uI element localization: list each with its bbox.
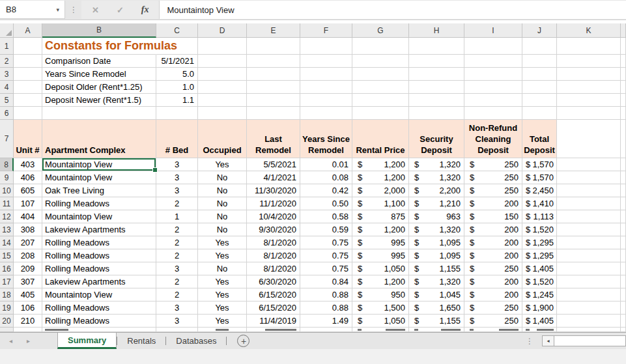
cell-C19[interactable]: 3 (156, 301, 198, 315)
cell-A15[interactable]: 208 (14, 249, 42, 262)
table-header-G7[interactable]: Rental Price (352, 120, 409, 158)
cell-B17[interactable]: Lakeview Apartments (42, 275, 156, 288)
column-header-G[interactable]: G (352, 23, 409, 38)
cell-A16[interactable]: 209 (14, 262, 42, 275)
cell-D16[interactable]: No (198, 262, 247, 275)
cell-H10[interactable]: $2,200 (409, 184, 464, 197)
cell-A19[interactable]: 106 (14, 301, 42, 315)
constant-label-B3[interactable]: Years Since Remodel (42, 68, 156, 81)
cell-J16[interactable]: $1,405 (522, 262, 557, 275)
cell-B16[interactable]: Rolling Meadows (42, 262, 156, 275)
cell[interactable] (621, 328, 626, 332)
insert-function-icon[interactable]: fx (141, 5, 149, 15)
select-all-button[interactable] (0, 23, 14, 38)
cell[interactable] (557, 197, 621, 210)
cell-C20[interactable]: 3 (156, 315, 198, 328)
row-header-14[interactable]: 14 (0, 236, 14, 249)
cell-E21[interactable] (247, 328, 300, 332)
cell-H18[interactable]: $1,045 (409, 288, 464, 301)
cell-I19[interactable]: $250 (464, 301, 522, 315)
table-header-E7[interactable]: Last Remodel (247, 120, 300, 158)
cell[interactable] (464, 38, 522, 55)
cell[interactable] (621, 94, 626, 107)
cell[interactable] (300, 55, 352, 68)
cell[interactable] (352, 55, 409, 68)
cell-H20[interactable]: $1,155 (409, 315, 464, 328)
cell-F16[interactable]: 0.75 (300, 262, 352, 275)
row-header-9[interactable]: 9 (0, 171, 14, 184)
cell-D20[interactable]: Yes (198, 315, 247, 328)
cell-I15[interactable]: $200 (464, 249, 522, 262)
row-header-10[interactable]: 10 (0, 184, 14, 197)
cell-J12[interactable]: $1,113 (522, 210, 557, 223)
cell[interactable] (409, 107, 464, 120)
cell-C21[interactable] (156, 328, 198, 332)
cell-D14[interactable]: Yes (198, 236, 247, 249)
cell-G17[interactable]: $1,200 (352, 275, 409, 288)
cell-E10[interactable]: 11/30/2020 (247, 184, 300, 197)
column-header-E[interactable]: E (247, 23, 300, 38)
cell-G18[interactable]: $950 (352, 288, 409, 301)
cell[interactable] (300, 81, 352, 94)
row-header-17[interactable]: 17 (0, 275, 14, 288)
cell[interactable] (621, 184, 626, 197)
cell-D12[interactable]: No (198, 210, 247, 223)
cell-B14[interactable]: Rolling Meadows (42, 236, 156, 249)
cell[interactable] (522, 81, 557, 94)
cell-B15[interactable]: Rolling Meadows (42, 249, 156, 262)
table-header-B7[interactable]: Apartment Complex (42, 120, 156, 158)
cell-G21[interactable] (352, 328, 409, 332)
cancel-icon[interactable]: ✕ (92, 5, 99, 15)
cell[interactable] (621, 301, 626, 315)
cell-B20[interactable]: Rolling Meadows (42, 315, 156, 328)
cell-A18[interactable]: 405 (14, 288, 42, 301)
cell-E11[interactable]: 11/1/2020 (247, 197, 300, 210)
sheet-tab-rentals[interactable]: Rentals (117, 333, 165, 349)
cell-H8[interactable]: $1,320 (409, 158, 464, 171)
row-header-15[interactable]: 15 (0, 249, 14, 262)
cell-J18[interactable]: $1,245 (522, 288, 557, 301)
cell-J13[interactable]: $1,520 (522, 223, 557, 236)
cell-A11[interactable]: 107 (14, 197, 42, 210)
cell[interactable] (156, 107, 198, 120)
cell-B13[interactable]: Lakeview Apartments (42, 223, 156, 236)
row-header-20[interactable]: 20 (0, 315, 14, 328)
cell-H19[interactable]: $1,650 (409, 301, 464, 315)
cell-I17[interactable]: $200 (464, 275, 522, 288)
cell-I21[interactable] (464, 328, 522, 332)
cell-F21[interactable] (300, 328, 352, 332)
cell[interactable] (409, 81, 464, 94)
cell-E20[interactable]: 11/4/2019 (247, 315, 300, 328)
cell[interactable] (621, 81, 626, 94)
cell[interactable] (42, 107, 156, 120)
cell[interactable] (522, 55, 557, 68)
cell[interactable] (464, 55, 522, 68)
column-header-A[interactable]: A (14, 23, 42, 38)
cell-J17[interactable]: $1,520 (522, 275, 557, 288)
cell[interactable] (621, 210, 626, 223)
cell[interactable] (557, 315, 621, 328)
cell-B19[interactable]: Rolling Meadows (42, 301, 156, 315)
cell[interactable] (300, 68, 352, 81)
cell[interactable] (557, 81, 621, 94)
cell[interactable] (522, 68, 557, 81)
cell[interactable] (557, 210, 621, 223)
cell-A14[interactable]: 207 (14, 236, 42, 249)
cell-D15[interactable]: Yes (198, 249, 247, 262)
cell[interactable] (247, 81, 300, 94)
table-header-J7[interactable]: Total Deposit (522, 120, 557, 158)
cell[interactable] (621, 275, 626, 288)
cell-D17[interactable]: Yes (198, 275, 247, 288)
table-header-D7[interactable]: Occupied (198, 120, 247, 158)
cell[interactable] (621, 107, 626, 120)
cell[interactable] (247, 68, 300, 81)
cell-G15[interactable]: $995 (352, 249, 409, 262)
sheet-tab-databases[interactable]: Databases (166, 333, 226, 349)
cell-B18[interactable]: Mountaintop View (42, 288, 156, 301)
cell[interactable] (621, 171, 626, 184)
cell-E18[interactable]: 6/15/2020 (247, 288, 300, 301)
row-header-6[interactable]: 6 (0, 107, 14, 120)
cell-H15[interactable]: $1,095 (409, 249, 464, 262)
cell-G12[interactable]: $875 (352, 210, 409, 223)
new-sheet-button[interactable]: + (237, 335, 249, 347)
